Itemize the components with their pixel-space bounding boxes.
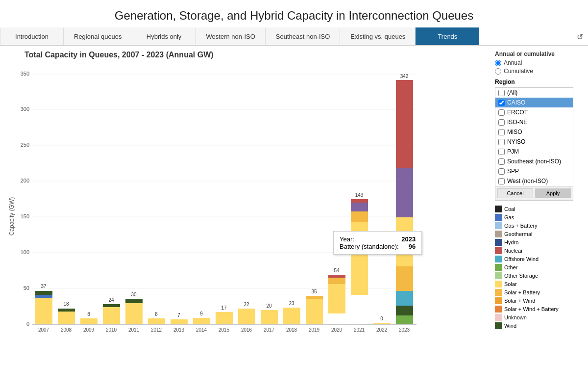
bar-2010-solar xyxy=(103,307,120,324)
bar-2017-solar xyxy=(261,310,278,324)
tab-regional-queues[interactable]: Regional queues xyxy=(64,27,132,45)
chart-area: Total Capacity in Queues, 2007 - 2023 (A… xyxy=(5,51,490,385)
legend-coal-label: Coal xyxy=(504,206,515,212)
tab-hybrids-only[interactable]: Hybrids only xyxy=(132,27,196,45)
tooltip-year-row: Year: 2023 xyxy=(340,235,416,243)
region-item-southeast[interactable]: Southeast (non-ISO) xyxy=(495,156,573,166)
legend-nuclear-label: Nuclear xyxy=(504,248,523,254)
right-panel: Annual or cumulative Annual Cumulative R… xyxy=(495,51,583,385)
legend-gas-battery-label: Gas + Battery xyxy=(504,223,538,229)
svg-text:200: 200 xyxy=(21,178,29,183)
svg-text:22: 22 xyxy=(244,302,249,307)
svg-text:20: 20 xyxy=(266,303,272,309)
gas-swatch xyxy=(495,214,502,221)
region-item-spp[interactable]: SPP xyxy=(495,166,573,176)
unknown-swatch xyxy=(495,314,502,321)
svg-text:30: 30 xyxy=(131,292,137,297)
legend-other: Other xyxy=(495,264,583,271)
annual-option-label: Annual xyxy=(504,59,522,66)
bar-2022-solar xyxy=(373,323,391,324)
legend-nuclear: Nuclear xyxy=(495,247,583,254)
svg-text:0: 0 xyxy=(380,316,383,321)
svg-text:2017: 2017 xyxy=(264,327,275,333)
tooltip-battery-row: Battery (standalone): 96 xyxy=(340,243,416,250)
svg-text:2018: 2018 xyxy=(286,327,297,333)
region-item-ercot[interactable]: ERCOT xyxy=(495,107,573,117)
tab-trends[interactable]: Trends xyxy=(416,27,479,45)
svg-text:Capacity (GW): Capacity (GW) xyxy=(8,197,15,236)
region-southeast-label: Southeast (non-ISO) xyxy=(507,158,561,165)
tab-introduction[interactable]: Introduction xyxy=(0,27,64,45)
region-isone-label: ISO-NE xyxy=(507,119,527,126)
svg-text:2022: 2022 xyxy=(376,327,388,333)
bar-2008-wind xyxy=(58,309,75,312)
chart-title: Total Capacity in Queues, 2007 - 2023 (A… xyxy=(24,51,490,59)
svg-text:2011: 2011 xyxy=(128,327,140,333)
legend-other-label: Other xyxy=(504,264,518,270)
bar-2023-battery-standalone xyxy=(396,168,413,217)
bar-2014-solar xyxy=(193,318,210,324)
refresh-icon[interactable]: ↺ xyxy=(577,32,583,42)
cancel-button[interactable]: Cancel xyxy=(497,188,533,198)
legend-wind-label: Wind xyxy=(504,323,516,329)
tab-existing-vs-queues[interactable]: Existing vs. queues xyxy=(340,27,416,45)
tab-southeast-non-iso[interactable]: Southeast non-ISO xyxy=(266,27,341,45)
region-item-caiso[interactable]: CAISO xyxy=(495,98,573,107)
legend-solar-wind-battery-label: Solar + Wind + Battery xyxy=(504,306,559,312)
tooltip-year-label: Year: xyxy=(340,235,354,243)
main-content: Total Capacity in Queues, 2007 - 2023 (A… xyxy=(0,46,588,385)
svg-text:250: 250 xyxy=(21,142,29,148)
region-item-isone[interactable]: ISO-NE xyxy=(495,117,573,127)
legend-coal: Coal xyxy=(495,206,583,212)
svg-text:54: 54 xyxy=(334,268,340,273)
region-item-miso[interactable]: MISO xyxy=(495,127,573,137)
svg-text:8: 8 xyxy=(87,312,90,317)
svg-text:23: 23 xyxy=(289,301,294,306)
offshore-wind-swatch xyxy=(495,256,502,262)
bar-2023-nuclear xyxy=(396,80,413,168)
hydro-swatch xyxy=(495,239,502,246)
bar-2021-other xyxy=(351,203,368,211)
svg-text:18: 18 xyxy=(63,301,69,307)
bar-2021-solar-battery xyxy=(351,211,368,222)
nuclear-swatch xyxy=(495,247,502,254)
bar-2010-wind xyxy=(103,304,120,307)
region-section: Region (All) CAISO ERCOT ISO-NE xyxy=(495,78,583,201)
region-item-all[interactable]: (All) xyxy=(495,88,573,98)
apply-button[interactable]: Apply xyxy=(535,188,571,198)
cumulative-option-label: Cumulative xyxy=(504,68,533,75)
svg-text:0: 0 xyxy=(26,321,29,327)
bar-2020-nuclear xyxy=(328,275,345,278)
bar-2018-solar xyxy=(283,308,300,324)
tooltip-battery-value: 96 xyxy=(409,243,416,250)
region-item-nyiso[interactable]: NYISO xyxy=(495,137,573,147)
radio-annual[interactable]: Annual xyxy=(495,59,583,66)
bar-2011-solar xyxy=(125,303,143,324)
solar-wind-swatch xyxy=(495,297,502,304)
region-ercot-label: ERCOT xyxy=(507,109,528,116)
legend-geothermal: Geothermal xyxy=(495,231,583,237)
region-item-west[interactable]: West (non-ISO) xyxy=(495,176,573,186)
bar-2021-nuclear xyxy=(351,199,368,203)
bar-2007-gas xyxy=(35,295,52,298)
legend-solar-wind-battery: Solar + Wind + Battery xyxy=(495,306,583,313)
legend-gas-battery: Gas + Battery xyxy=(495,222,583,229)
tab-western-non-iso[interactable]: Western non-ISO xyxy=(196,27,266,45)
other-swatch xyxy=(495,264,502,271)
bar-2012-solar xyxy=(148,318,165,324)
bar-2015-solar xyxy=(216,312,233,324)
legend-offshore-wind: Offshore Wind xyxy=(495,256,583,262)
bar-2007-wind xyxy=(35,291,52,295)
region-item-pjm[interactable]: PJM xyxy=(495,147,573,156)
legend-solar-label: Solar xyxy=(504,281,517,287)
legend-hydro: Hydro xyxy=(495,239,583,246)
tooltip-battery-label: Battery (standalone): xyxy=(340,243,399,250)
wind-swatch xyxy=(495,322,502,329)
svg-text:2010: 2010 xyxy=(106,327,117,333)
legend-geothermal-label: Geothermal xyxy=(504,231,532,237)
radio-cumulative[interactable]: Cumulative xyxy=(495,68,583,75)
region-miso-label: MISO xyxy=(507,129,522,135)
svg-text:2015: 2015 xyxy=(219,327,230,333)
legend-solar-battery-label: Solar + Battery xyxy=(504,289,540,295)
region-pjm-label: PJM xyxy=(507,148,519,155)
